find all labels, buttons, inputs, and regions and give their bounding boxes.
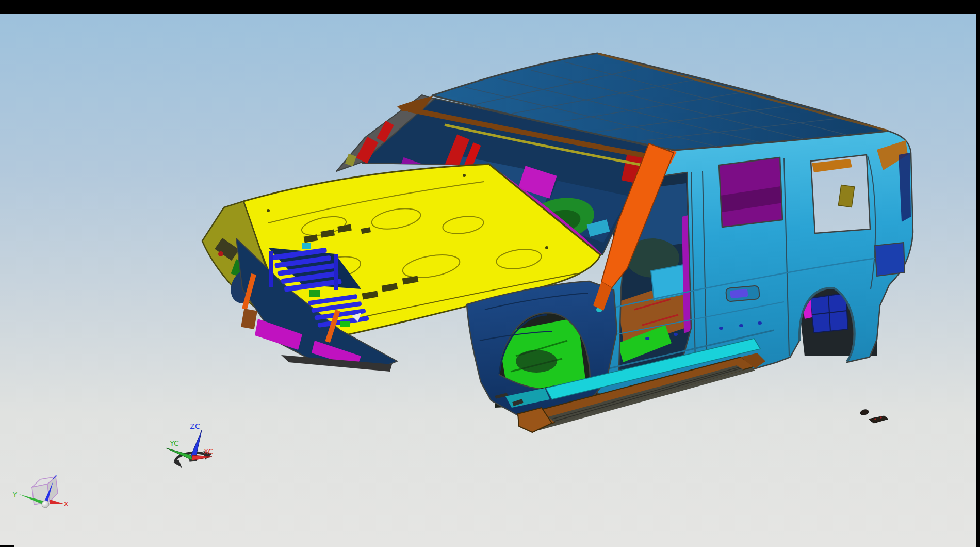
- top-black-bar: [0, 0, 980, 14]
- floor-shadow: [516, 350, 557, 373]
- debris-red-dot: [874, 418, 876, 420]
- quarter-window-bracket[interactable]: [838, 185, 854, 207]
- abs-x-label: X: [64, 500, 69, 508]
- grille-vertical-bar-2: [334, 254, 338, 290]
- viewport-canvas[interactable]: ZC YC XC Z Y X: [0, 0, 980, 547]
- abs-z-label: Z: [53, 473, 57, 481]
- right-black-strip: [976, 14, 980, 547]
- wcs-x-label: XC: [204, 447, 214, 456]
- bottom-left-black-sliver: [0, 545, 14, 547]
- fender-red-dot: [218, 251, 223, 256]
- fascia-green-bit-2: [340, 321, 350, 327]
- grille-vertical-bar: [269, 251, 273, 287]
- door-handle-recess[interactable]: [726, 285, 760, 301]
- rear-quarter-blue-patch[interactable]: [875, 243, 905, 276]
- debris-red-dot-2: [880, 416, 882, 419]
- wcs-y-label: YC: [169, 439, 179, 447]
- fascia-green-bit: [309, 290, 320, 297]
- handle-insert: [730, 289, 748, 298]
- abs-origin-sphere: [42, 501, 49, 508]
- fascia-cyan-bit: [302, 243, 311, 249]
- cad-viewport[interactable]: ZC YC XC Z Y X: [0, 0, 980, 547]
- wcs-z-label: ZC: [190, 422, 200, 430]
- abs-y-label: Y: [12, 491, 17, 498]
